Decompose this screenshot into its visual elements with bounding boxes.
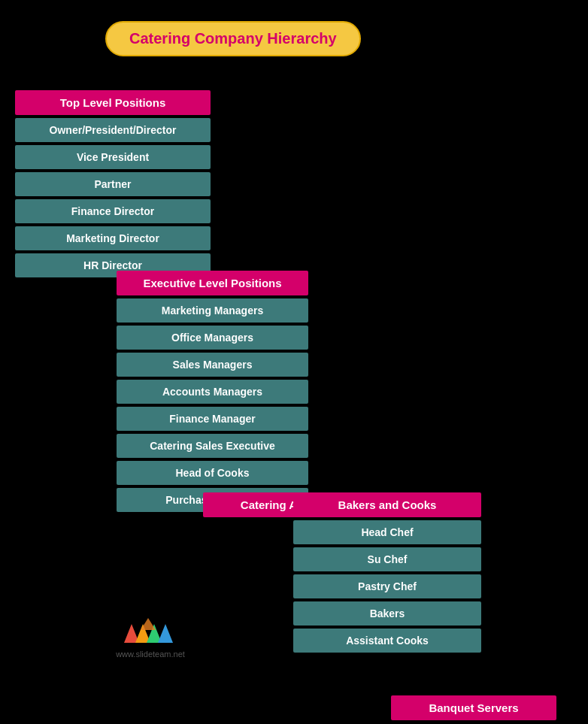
page-title: Catering Company Hierarchy — [129, 30, 337, 47]
logo-svg — [117, 616, 184, 647]
list-item: Su Chef — [293, 547, 481, 571]
watermark-text: www.slideteam.net — [75, 650, 226, 659]
list-item: Partner — [15, 172, 211, 196]
top-level-header: Top Level Positions — [15, 90, 211, 115]
list-item: Bakers — [293, 601, 481, 626]
bakers-cooks-header: Bakers and Cooks — [293, 492, 481, 517]
page-title-badge: Catering Company Hierarchy — [105, 21, 361, 56]
list-item: Catering Sales Executive — [117, 434, 308, 458]
list-item: Sales Managers — [117, 353, 308, 377]
list-item: Owner/President/Director — [15, 118, 211, 142]
watermark-area: www.slideteam.net — [75, 616, 226, 659]
list-item: Pastry Chef — [293, 574, 481, 598]
bakers-cooks-column: Bakers and Cooks Head Chef Su Chef Pastr… — [293, 492, 481, 656]
svg-marker-3 — [158, 624, 173, 643]
list-item: Finance Director — [15, 199, 211, 223]
list-item: Finance Manager — [117, 407, 308, 431]
top-level-column: Top Level Positions Owner/President/Dire… — [15, 90, 211, 280]
list-item: Accounts Managers — [117, 380, 308, 404]
list-item: Head Chef — [293, 520, 481, 544]
banquet-servers-column: Banquet Servers — [391, 695, 556, 723]
list-item: Assistant Cooks — [293, 629, 481, 653]
watermark-logo — [75, 616, 226, 647]
banquet-servers-header: Banquet Servers — [391, 695, 556, 720]
list-item: Marketing Managers — [117, 298, 308, 323]
list-item: Marketing Director — [15, 226, 211, 250]
list-item: Head of Cooks — [117, 461, 308, 485]
list-item: Vice President — [15, 145, 211, 169]
executive-level-header: Executive Level Positions — [117, 271, 308, 295]
list-item: Office Managers — [117, 326, 308, 350]
executive-level-column: Executive Level Positions Marketing Mana… — [117, 271, 308, 515]
